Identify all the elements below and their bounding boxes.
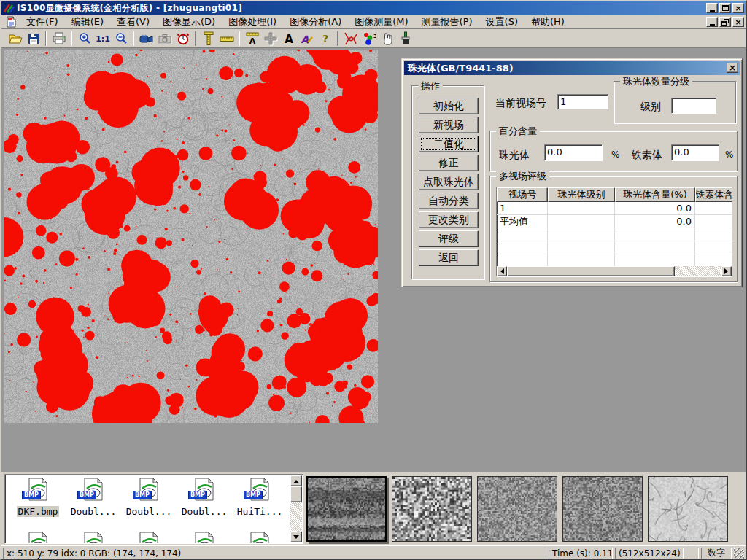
file-name[interactable]: Doubl... xyxy=(180,506,229,517)
file-name[interactable]: DKF.bmp xyxy=(17,506,60,517)
toolbar-separator xyxy=(133,31,134,46)
bmp-file-icon xyxy=(26,532,50,544)
file-browser-scrollbar[interactable] xyxy=(290,475,302,542)
help-button[interactable]: ? xyxy=(316,30,334,47)
return-button[interactable]: 返回 xyxy=(419,249,479,266)
child-window-icon[interactable] xyxy=(5,16,17,28)
file-browser[interactable]: BMP DKF.bmp BMP Doubl... BMP Doubl... BM… xyxy=(4,474,303,544)
height-gauge-button[interactable] xyxy=(199,30,217,47)
menu-help[interactable]: 帮助(H) xyxy=(525,15,571,28)
file-item[interactable]: BMP HuiTi... xyxy=(233,478,287,518)
col-pearlite-grade[interactable]: 珠光体级别 xyxy=(548,187,615,202)
annotate-button[interactable]: A xyxy=(298,30,316,47)
file-item[interactable]: BMP xyxy=(233,532,287,544)
menu-view[interactable]: 查看(V) xyxy=(110,15,156,28)
scroll-up-button[interactable] xyxy=(290,475,302,486)
menu-image-display[interactable]: 图像显示(D) xyxy=(156,15,222,28)
new-field-button[interactable]: 新视场 xyxy=(419,117,479,133)
zoom-out-button[interactable] xyxy=(112,30,130,47)
classify-button[interactable]: 3 xyxy=(360,30,378,47)
actual-size-button[interactable]: 1:1 xyxy=(93,30,112,47)
text-button[interactable]: A xyxy=(279,30,298,47)
menu-settings[interactable]: 设置(S) xyxy=(479,15,525,28)
child-close-button[interactable]: × xyxy=(732,17,744,27)
percent-group-label: 百分含量 xyxy=(496,125,540,138)
file-name[interactable]: HuiTi... xyxy=(236,506,285,517)
thumbnail-canvas-1[interactable] xyxy=(306,476,387,542)
close-button[interactable]: × xyxy=(732,3,744,13)
micrograph-canvas[interactable] xyxy=(4,50,378,423)
level-input[interactable] xyxy=(671,98,716,114)
col-ferrite-content[interactable]: 铁素体含量(%) xyxy=(695,187,732,202)
dialog-title-bar[interactable]: 珠光体(GB/T9441-88) × xyxy=(404,61,740,75)
one-to-one-icon: 1:1 xyxy=(96,32,110,45)
binarize-button[interactable]: 二值化 xyxy=(419,136,479,152)
table-horizontal-scrollbar[interactable] xyxy=(497,266,732,276)
app-icon xyxy=(3,3,15,13)
scrollbar-thumb[interactable] xyxy=(290,486,302,502)
brush-button[interactable] xyxy=(396,30,414,47)
scroll-left-button[interactable] xyxy=(497,266,507,276)
open-button[interactable] xyxy=(6,30,24,47)
file-item[interactable]: BMP xyxy=(177,532,231,544)
percent-group: 百分含量 珠光体 0.0 % 铁素体 0.0 % xyxy=(489,131,738,171)
photo-camera-button[interactable] xyxy=(155,30,174,47)
window-title: IS100显微摄像系统(金相分析版) - [zhuguangti01] xyxy=(17,2,242,15)
thumbnail-canvas-5[interactable] xyxy=(648,476,728,542)
scroll-down-button[interactable] xyxy=(290,532,302,542)
thumbnail-canvas-4[interactable] xyxy=(562,476,643,542)
file-item[interactable]: BMP xyxy=(122,532,176,544)
scrollbar-thumb[interactable] xyxy=(507,266,675,276)
ferrite-percent-input[interactable]: 0.0 xyxy=(671,144,719,161)
maximize-button[interactable] xyxy=(719,3,731,13)
menu-file[interactable]: 文件(F) xyxy=(20,15,65,28)
col-field-number[interactable]: 视场号 xyxy=(497,187,548,202)
bmp-badge: BMP xyxy=(133,491,152,499)
menu-measure-report[interactable]: 测量报告(P) xyxy=(415,15,479,28)
title-bar[interactable]: IS100显微摄像系统(金相分析版) - [zhuguangti01] × xyxy=(1,1,746,15)
correct-button[interactable]: 修正 xyxy=(419,155,479,171)
file-item[interactable]: BMP xyxy=(66,532,120,544)
init-button[interactable]: 初始化 xyxy=(419,98,479,114)
file-item[interactable]: BMP Doubl... xyxy=(177,478,231,518)
hand-tool-button[interactable] xyxy=(378,30,396,47)
change-class-button[interactable]: 更改类别 xyxy=(419,211,479,228)
scrollbar-track[interactable] xyxy=(675,266,721,276)
grading-table[interactable]: 视场号 珠光体级别 珠光体含量(%) 铁素体含量(%) 1 0.0 平均值 xyxy=(496,187,732,277)
zoom-in-button[interactable] xyxy=(75,30,93,47)
grid-cross-button[interactable] xyxy=(261,30,279,47)
video-camera-button[interactable] xyxy=(137,30,155,47)
file-item[interactable]: BMP xyxy=(11,532,65,544)
file-item[interactable]: BMP Doubl... xyxy=(122,478,176,518)
minimize-button[interactable] xyxy=(706,3,718,13)
thumbnail-canvas-2[interactable] xyxy=(392,476,472,542)
timer-button[interactable] xyxy=(174,30,192,47)
file-item[interactable]: BMP DKF.bmp xyxy=(11,478,65,518)
child-minimize-button[interactable] xyxy=(706,17,718,27)
save-button[interactable] xyxy=(24,30,42,47)
pick-pearlite-button[interactable]: 点取珠光体 xyxy=(419,174,479,190)
thumbnail-canvas-3[interactable] xyxy=(477,476,557,542)
menu-image-process[interactable]: 图像处理(I) xyxy=(222,15,283,28)
col-pearlite-content[interactable]: 珠光体含量(%) xyxy=(615,187,695,202)
table-row[interactable]: 1 0.0 xyxy=(497,202,732,215)
menu-image-analysis[interactable]: 图像分析(A) xyxy=(283,15,348,28)
table-row[interactable]: 平均值 0.0 xyxy=(497,215,732,228)
print-button[interactable] xyxy=(50,30,68,47)
file-item[interactable]: BMP Doubl... xyxy=(66,478,120,518)
curve-tool-button[interactable] xyxy=(341,30,360,47)
file-name[interactable]: Doubl... xyxy=(125,506,174,517)
grade-button[interactable]: 评级 xyxy=(419,230,479,247)
dialog-close-button[interactable]: × xyxy=(727,63,738,73)
ruler-button[interactable] xyxy=(217,30,236,47)
resize-grip[interactable] xyxy=(734,548,744,559)
auto-classify-button[interactable]: 自动分类 xyxy=(419,192,479,209)
measure-text-button[interactable]: A xyxy=(243,30,261,47)
child-restore-button[interactable] xyxy=(719,17,731,27)
scroll-right-button[interactable] xyxy=(721,266,732,276)
menu-image-measure[interactable]: 图像测量(M) xyxy=(348,15,414,28)
current-view-input[interactable]: 1 xyxy=(557,94,608,109)
pearlite-percent-input[interactable]: 0.0 xyxy=(544,144,603,161)
file-name[interactable]: Doubl... xyxy=(69,506,118,517)
menu-edit[interactable]: 编辑(E) xyxy=(65,15,110,28)
